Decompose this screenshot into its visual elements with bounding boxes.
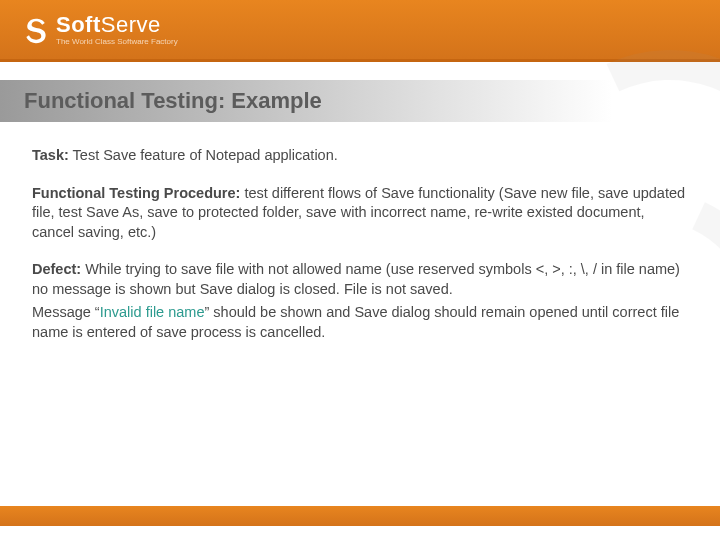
message-highlight: Invalid file name <box>100 304 205 320</box>
logo-icon <box>22 16 50 44</box>
defect-text: While trying to save file with not allow… <box>32 261 680 297</box>
message-paragraph: Message “Invalid file name” should be sh… <box>32 303 688 342</box>
brand-name: SoftServe <box>56 14 178 36</box>
task-paragraph: Task: Test Save feature of Notepad appli… <box>32 146 688 166</box>
header: SoftServe The World Class Software Facto… <box>0 0 720 62</box>
footer-bar <box>0 506 720 526</box>
procedure-label: Functional Testing Procedure: <box>32 185 240 201</box>
brand-prefix: Soft <box>56 12 101 37</box>
task-text: Test Save feature of Notepad application… <box>69 147 338 163</box>
procedure-paragraph: Functional Testing Procedure: test diffe… <box>32 184 688 243</box>
brand-suffix: Serve <box>101 12 161 37</box>
slide-title: Functional Testing: Example <box>0 80 720 122</box>
brand-tagline: The World Class Software Factory <box>56 38 178 46</box>
message-pre: Message “ <box>32 304 100 320</box>
defect-label: Defect: <box>32 261 81 277</box>
slide-content: Task: Test Save feature of Notepad appli… <box>0 122 720 343</box>
defect-paragraph: Defect: While trying to save file with n… <box>32 260 688 299</box>
logo-text: SoftServe The World Class Software Facto… <box>56 14 178 46</box>
task-label: Task: <box>32 147 69 163</box>
